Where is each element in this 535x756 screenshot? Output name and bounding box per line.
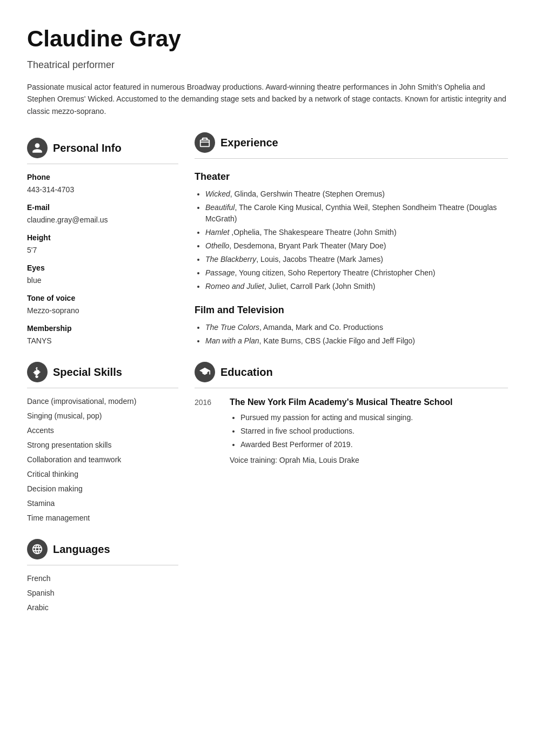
edu-note: Voice training: Oprah Mia, Louis Drake: [230, 455, 508, 466]
skill-item: Stamina: [27, 498, 178, 509]
theater-entry: Wicked, Glinda, Gershwin Theatre (Stephe…: [205, 188, 508, 200]
skill-item: Decision making: [27, 483, 178, 495]
candidate-summary: Passionate musical actor featured in num…: [27, 81, 508, 117]
education-icon: [195, 362, 215, 382]
email-value: claudine.gray@email.us: [27, 214, 178, 226]
languages-title: Languages: [53, 541, 110, 557]
edu-school: The New York Film Academy's Musical Thea…: [230, 396, 508, 409]
theater-entry: Othello, Desdemona, Bryant Park Theater …: [205, 240, 508, 252]
special-skills-header: Special Skills: [27, 362, 178, 382]
film-tv-title: Film and Television: [195, 303, 508, 318]
height-label: Height: [27, 232, 178, 244]
theater-entry: Passage, Young citizen, Soho Repertory T…: [205, 267, 508, 279]
resume-header: Claudine Gray Theatrical performer Passi…: [27, 22, 508, 117]
experience-title: Experience: [220, 134, 278, 151]
education-entry: 2016 The New York Film Academy's Musical…: [195, 396, 508, 466]
language-item: French: [27, 573, 178, 584]
tone-label: Tone of voice: [27, 293, 178, 304]
education-divider: [195, 388, 508, 388]
candidate-title: Theatrical performer: [27, 58, 508, 72]
personal-info-title: Personal Info: [53, 140, 122, 156]
eyes-label: Eyes: [27, 262, 178, 274]
skill-item: Dance (improvisational, modern): [27, 396, 178, 407]
theater-title: Theater: [195, 170, 508, 184]
right-column: Experience Theater Wicked, Glinda, Gersh…: [195, 132, 508, 617]
edu-year: 2016: [195, 396, 219, 466]
edu-bullet: Pursued my passion for acting and musica…: [240, 412, 508, 423]
briefcase-icon: [195, 132, 215, 153]
phone-label: Phone: [27, 172, 178, 183]
main-content: Personal Info Phone 443-314-4703 E-mail …: [27, 132, 508, 617]
special-skills-title: Special Skills: [53, 364, 122, 380]
membership-label: Membership: [27, 323, 178, 334]
edu-bullet: Starred in five school productions.: [240, 426, 508, 437]
experience-divider: [195, 158, 508, 159]
candidate-name: Claudine Gray: [27, 22, 508, 56]
theater-list: Wicked, Glinda, Gershwin Theatre (Stephe…: [195, 188, 508, 292]
skill-item: Accents: [27, 425, 178, 436]
eyes-value: blue: [27, 275, 178, 286]
email-label: E-mail: [27, 202, 178, 213]
membership-value: TANYS: [27, 335, 178, 347]
languages-icon: [27, 539, 48, 559]
languages-header: Languages: [27, 539, 178, 559]
tone-value: Mezzo-soprano: [27, 305, 178, 316]
theater-entry: Beautiful, The Carole King Musical, Cynt…: [205, 202, 508, 225]
edu-bullet: Awarded Best Performer of 2019.: [240, 439, 508, 450]
phone-value: 443-314-4703: [27, 184, 178, 195]
education-title: Education: [220, 364, 273, 380]
education-header: Education: [195, 362, 508, 382]
edu-details: The New York Film Academy's Musical Thea…: [230, 396, 508, 466]
person-icon: [27, 138, 48, 158]
language-item: Arabic: [27, 602, 178, 613]
languages-divider: [27, 565, 178, 565]
film-tv-entry: The True Colors, Amanda, Mark and Co. Pr…: [205, 322, 508, 333]
theater-entry: Romeo and Juliet, Juliet, Carroll Park (…: [205, 281, 508, 292]
personal-info-divider: [27, 164, 178, 164]
personal-info-header: Personal Info: [27, 138, 178, 158]
film-tv-entry: Man with a Plan, Kate Burns, CBS (Jackie…: [205, 335, 508, 347]
edu-bullets: Pursued my passion for acting and musica…: [230, 412, 508, 450]
skill-item: Singing (musical, pop): [27, 410, 178, 422]
skill-item: Critical thinking: [27, 469, 178, 480]
theater-entry: Hamlet ,Ophelia, The Shakespeare Theatre…: [205, 227, 508, 238]
theater-entry: The Blackberry, Louis, Jacobs Theatre (M…: [205, 254, 508, 265]
skill-item: Collaboration and teamwork: [27, 454, 178, 465]
language-item: Spanish: [27, 588, 178, 599]
left-column: Personal Info Phone 443-314-4703 E-mail …: [27, 132, 178, 617]
skill-item: Time management: [27, 512, 178, 524]
experience-header: Experience: [195, 132, 508, 153]
skills-icon: [27, 362, 48, 382]
height-value: 5'7: [27, 245, 178, 256]
skill-item: Strong presentation skills: [27, 440, 178, 451]
special-skills-divider: [27, 388, 178, 388]
film-tv-list: The True Colors, Amanda, Mark and Co. Pr…: [195, 322, 508, 347]
